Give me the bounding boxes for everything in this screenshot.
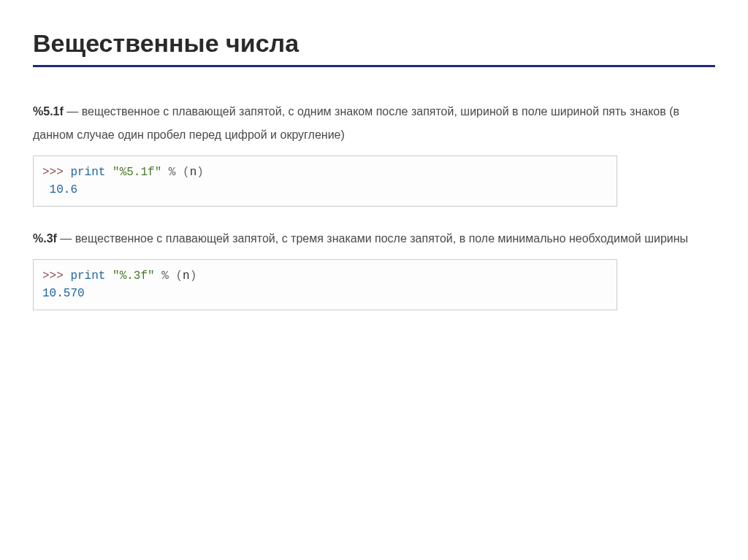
section1-description: %5.1f — вещественное с плавающей запятой…: [33, 100, 715, 147]
code-output: 10.570: [42, 287, 85, 300]
section1-desc-text: — вещественное с плавающей запятой, с од…: [33, 105, 679, 141]
section2-code-block: >>> print "%.3f" % (n) 10.570: [33, 259, 617, 310]
code-prompt: >>>: [42, 269, 70, 283]
code-output: 10.6: [42, 183, 77, 196]
section1-code-block: >>> print "%5.1f" % (n) 10.6: [33, 156, 617, 207]
code-operator: %: [155, 269, 176, 283]
code-string: "%5.1f": [112, 166, 161, 179]
code-var: n: [190, 166, 197, 179]
code-keyword: print: [70, 269, 105, 283]
section2-desc-text: — вещественное с плавающей запятой, с тр…: [57, 232, 688, 245]
code-paren-open: (: [175, 269, 183, 283]
code-paren-open: (: [183, 166, 190, 179]
code-string: "%.3f": [112, 269, 155, 283]
code-paren-close: ): [190, 269, 197, 283]
section2-description: %.3f — вещественное с плавающей запятой,…: [33, 227, 715, 250]
code-paren-close: ): [196, 166, 204, 179]
code-prompt: >>>: [42, 166, 70, 179]
section1-format-spec: %5.1f: [33, 105, 64, 118]
code-operator: %: [161, 166, 183, 179]
section2-format-spec: %.3f: [33, 232, 57, 245]
code-var: n: [183, 269, 190, 283]
page-title: Вещественные числа: [33, 29, 715, 67]
code-keyword: print: [70, 166, 105, 179]
